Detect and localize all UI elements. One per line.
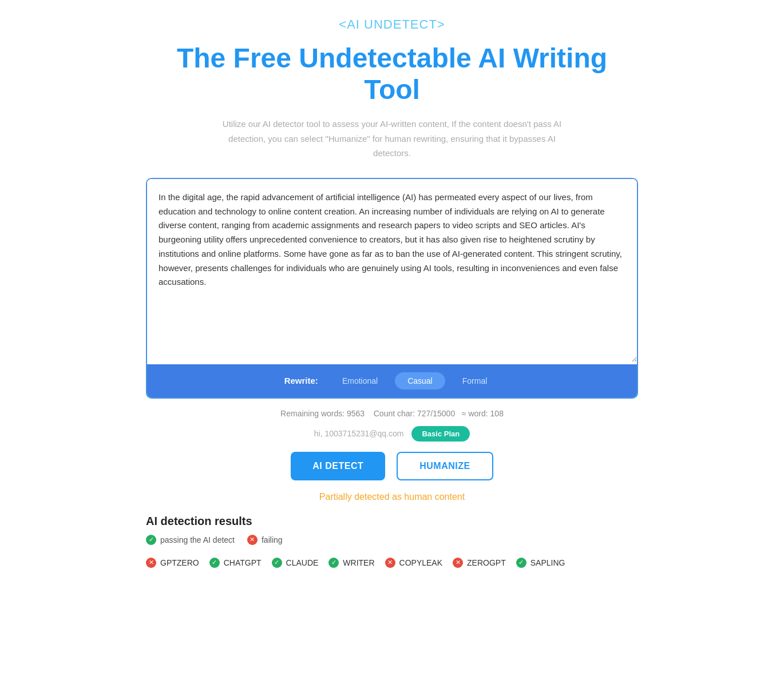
detector-item: ✕ZEROGPT <box>453 558 506 568</box>
results-title: AI detection results <box>146 515 638 528</box>
detectors-row: ✕GPTZERO✓CHATGPT✓CLAUDE✓WRITER✕COPYLEAK✕… <box>146 558 638 568</box>
main-title: The Free Undetectable AI Writing Tool <box>146 42 638 105</box>
fail-detector-icon: ✕ <box>453 558 463 568</box>
rewrite-bar: Rewrite: Emotional Casual Formal <box>147 364 637 397</box>
editor-container: Rewrite: Emotional Casual Formal <box>146 178 638 399</box>
user-email: hi, 1003715231@qq.com <box>314 429 404 438</box>
count-char: Count char: 727/15000 <box>374 409 455 418</box>
detector-item: ✓CLAUDE <box>272 558 319 568</box>
remaining-words: Remaining words: 9563 <box>280 409 365 418</box>
approx-word: ≈ word: 108 <box>462 409 504 418</box>
detector-label: WRITER <box>343 558 374 567</box>
fail-detector-icon: ✕ <box>146 558 156 568</box>
detection-status: Partially detected as human content <box>146 492 638 502</box>
detector-label: GPTZERO <box>160 558 199 567</box>
rewrite-casual-button[interactable]: Casual <box>395 372 445 389</box>
legend-row: ✓ passing the AI detect ✕ failing <box>146 535 638 545</box>
pass-detector-icon: ✓ <box>209 558 220 568</box>
pass-detector-icon: ✓ <box>272 558 282 568</box>
detector-label: ZEROGPT <box>467 558 506 567</box>
detector-label: CLAUDE <box>286 558 319 567</box>
fail-icon: ✕ <box>247 535 258 545</box>
rewrite-options: Emotional Casual Formal <box>330 372 500 389</box>
detector-label: SAPLING <box>530 558 565 567</box>
pass-label: passing the AI detect <box>160 535 235 544</box>
detector-label: COPYLEAK <box>399 558 442 567</box>
detector-item: ✓SAPLING <box>516 558 565 568</box>
legend-fail: ✕ failing <box>247 535 283 545</box>
detector-item: ✕GPTZERO <box>146 558 199 568</box>
rewrite-emotional-button[interactable]: Emotional <box>330 372 390 389</box>
detector-item: ✕COPYLEAK <box>385 558 442 568</box>
action-buttons: AI DETECT HUMANIZE <box>146 452 638 480</box>
logo: <AI UNDETECT> <box>146 17 638 32</box>
plan-badge-button[interactable]: Basic Plan <box>411 426 470 442</box>
stats-row: Remaining words: 9563 Count char: 727/15… <box>146 409 638 418</box>
pass-detector-icon: ✓ <box>516 558 526 568</box>
humanize-button[interactable]: HUMANIZE <box>397 452 493 480</box>
detector-label: CHATGPT <box>224 558 262 567</box>
detector-item: ✓CHATGPT <box>209 558 262 568</box>
user-row: hi, 1003715231@qq.com Basic Plan <box>146 426 638 442</box>
rewrite-label: Rewrite: <box>284 376 318 385</box>
pass-detector-icon: ✓ <box>328 558 339 568</box>
results-section: AI detection results ✓ passing the AI de… <box>146 515 638 568</box>
ai-detect-button[interactable]: AI DETECT <box>291 452 385 480</box>
subtitle: Utilize our AI detector tool to assess y… <box>209 117 575 161</box>
legend-pass: ✓ passing the AI detect <box>146 535 235 545</box>
fail-label: failing <box>262 535 283 544</box>
pass-icon: ✓ <box>146 535 156 545</box>
detector-item: ✓WRITER <box>328 558 374 568</box>
rewrite-formal-button[interactable]: Formal <box>450 372 500 389</box>
content-textarea[interactable] <box>147 179 637 362</box>
fail-detector-icon: ✕ <box>385 558 395 568</box>
